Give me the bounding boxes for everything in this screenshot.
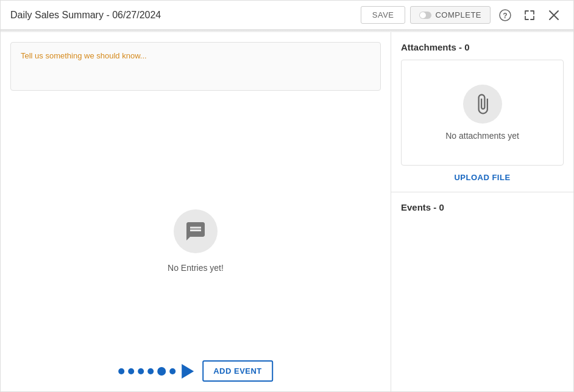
close-icon xyxy=(548,10,559,21)
complete-label: COMPLETE xyxy=(435,10,481,19)
empty-entries-area: No Entries yet! xyxy=(10,100,381,382)
nav-dot-4 xyxy=(147,368,154,374)
dialog-container: Daily Sales Summary - 06/27/2024 SAVE CO… xyxy=(0,0,574,392)
toggle-icon xyxy=(419,12,431,19)
save-button[interactable]: SAVE xyxy=(361,6,406,24)
paperclip-icon xyxy=(472,93,494,115)
nav-arrow[interactable] xyxy=(182,364,194,379)
main-content: No Entries yet! ADD EVENT Attachments - … xyxy=(1,32,573,391)
dialog-header: Daily Sales Summary - 06/27/2024 SAVE CO… xyxy=(1,1,573,30)
right-panel: Attachments - 0 No attachments yet UPLOA… xyxy=(391,32,573,391)
upload-file-link[interactable]: UPLOAD FILE xyxy=(401,173,564,182)
complete-button[interactable]: COMPLETE xyxy=(410,6,491,24)
dialog-title: Daily Sales Summary - 06/27/2024 xyxy=(10,10,161,21)
left-panel: No Entries yet! ADD EVENT xyxy=(1,32,391,391)
nav-dot-2 xyxy=(128,368,134,374)
expand-icon xyxy=(523,9,536,21)
add-event-button[interactable]: ADD EVENT xyxy=(202,360,273,382)
entries-icon xyxy=(185,220,207,242)
attachments-title: Attachments - 0 xyxy=(401,42,564,52)
expand-button[interactable] xyxy=(520,5,539,25)
no-attachments-label: No attachments yet xyxy=(445,131,519,141)
events-section: Events - 0 xyxy=(391,192,573,391)
empty-entries-label: No Entries yet! xyxy=(168,263,224,273)
attachment-box: No attachments yet xyxy=(401,60,564,166)
close-button[interactable] xyxy=(544,5,564,25)
nav-dot-5 xyxy=(157,367,166,376)
nav-dot-3 xyxy=(138,368,144,374)
events-title: Events - 0 xyxy=(401,202,564,212)
help-button[interactable]: ? xyxy=(495,5,515,25)
nav-dot-1 xyxy=(118,368,124,374)
attachment-icon-circle xyxy=(463,85,502,124)
header-actions: SAVE COMPLETE ? xyxy=(361,5,564,25)
notes-textarea[interactable] xyxy=(10,42,381,91)
svg-text:?: ? xyxy=(503,12,507,20)
empty-icon-circle xyxy=(174,209,218,253)
navigation-area: ADD EVENT xyxy=(118,360,273,382)
attachments-section: Attachments - 0 No attachments yet UPLOA… xyxy=(391,32,573,192)
help-icon: ? xyxy=(499,9,511,21)
nav-dot-6 xyxy=(169,368,175,374)
